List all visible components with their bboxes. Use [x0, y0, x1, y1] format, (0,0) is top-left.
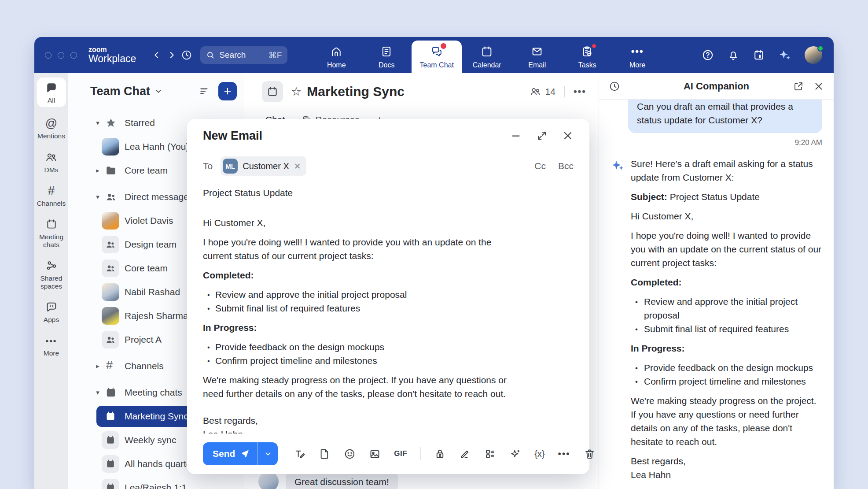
recipient-row: To ML Customer X ✕ Cc Bcc: [203, 152, 574, 180]
window-zoom-light[interactable]: [70, 52, 77, 59]
ai-companion-button[interactable]: [778, 48, 791, 62]
rail-item-all[interactable]: All: [37, 78, 66, 107]
ai-sparkle-icon: [778, 48, 791, 62]
expand-button[interactable]: [537, 130, 547, 141]
help-button[interactable]: [702, 49, 714, 61]
rail-item-meeting-chats[interactable]: Meeting chats: [34, 218, 68, 248]
ai-response-text: Sure! Here's a draft email asking for a …: [631, 157, 822, 487]
rail-item-more[interactable]: ••• More: [44, 334, 59, 357]
rail-label: More: [44, 349, 59, 357]
calendar-icon: [481, 45, 493, 58]
channel-more-button[interactable]: •••: [574, 86, 586, 97]
modal-controls: [510, 130, 574, 141]
caret-right-icon[interactable]: ▸: [93, 167, 103, 174]
signature-button[interactable]: [459, 448, 471, 460]
rail-item-dms[interactable]: DMs: [44, 151, 59, 174]
subject-field[interactable]: Project Status Update: [203, 180, 574, 206]
toolbar-divider: [420, 447, 421, 460]
unread-badge: [441, 43, 446, 49]
apps-bubble-icon: [45, 300, 58, 314]
calendar-filled-icon: [102, 479, 119, 489]
filter-button[interactable]: [199, 85, 210, 97]
list-item: Provide feedback on the design mockups: [215, 340, 511, 354]
caret-down-icon[interactable]: ▾: [93, 119, 103, 127]
team-chat-icon: [430, 45, 443, 58]
ai-open-external-button[interactable]: [793, 81, 804, 92]
chat-item-lea-rajesh-1-1[interactable]: Lea/Rajesh 1:1: [68, 476, 244, 489]
members-button[interactable]: 14: [530, 86, 555, 97]
tab-tasks[interactable]: Tasks: [562, 41, 612, 73]
team-chat-header: Team Chat: [68, 82, 244, 100]
to-label: To: [203, 161, 213, 171]
schedule-button[interactable]: [753, 49, 765, 61]
more-tools-button[interactable]: •••: [558, 448, 570, 459]
remove-recipient-icon[interactable]: ✕: [294, 162, 301, 170]
search-input[interactable]: Search ⌘F: [200, 46, 287, 64]
rail-label: Channels: [37, 200, 66, 207]
rail-item-apps[interactable]: Apps: [44, 300, 59, 323]
bcc-button[interactable]: Bcc: [558, 161, 574, 171]
docs-icon: [380, 45, 393, 58]
minimize-button[interactable]: [510, 130, 522, 141]
chevron-right-icon: [167, 50, 177, 60]
tasks-icon: [581, 45, 593, 58]
encrypt-button[interactable]: [434, 448, 446, 460]
gif-button[interactable]: GIF: [394, 449, 407, 458]
body-signature: Best regards,Lea Hahn: [203, 414, 511, 433]
notifications-button[interactable]: [727, 49, 739, 61]
ai-close-button[interactable]: [813, 81, 824, 92]
ai-history-button[interactable]: [609, 81, 620, 92]
ai-greeting: Hi Customer X,: [631, 209, 822, 223]
cc-button[interactable]: Cc: [534, 161, 546, 171]
window-minimize-light[interactable]: [58, 52, 64, 59]
discard-draft-button[interactable]: [584, 448, 596, 460]
calendar-filled-icon: [102, 408, 119, 425]
rail-item-channels[interactable]: # Channels: [37, 184, 66, 207]
email-body-editor[interactable]: Hi Customer X, I hope you're doing well!…: [203, 206, 511, 433]
email-icon: [531, 45, 543, 58]
tab-docs[interactable]: Docs: [361, 41, 412, 73]
recipient-chip[interactable]: ML Customer X ✕: [221, 156, 306, 176]
caret-down-icon[interactable]: ▾: [93, 389, 103, 396]
star-channel-button[interactable]: ☆: [291, 86, 302, 98]
tab-label: Docs: [379, 61, 394, 69]
ai-completed-label: Completed:: [631, 275, 822, 289]
history-button[interactable]: [179, 48, 194, 63]
tab-team-chat[interactable]: Team Chat: [412, 41, 462, 73]
calendar-day-icon: [753, 49, 765, 61]
tab-label: Tasks: [578, 61, 596, 69]
window-close-light[interactable]: [45, 52, 51, 59]
group-icon: [102, 236, 119, 253]
forward-button[interactable]: [164, 48, 179, 63]
template-button[interactable]: [484, 448, 496, 460]
message-avatar[interactable]: [258, 471, 279, 489]
caret-down-icon[interactable]: ▾: [93, 193, 103, 201]
close-button[interactable]: [562, 130, 574, 141]
rail-item-shared-spaces[interactable]: Shared spaces: [34, 259, 68, 290]
channel-header: ☆ Marketing Sync 14 •••: [244, 73, 599, 110]
tab-email[interactable]: Email: [512, 41, 562, 73]
new-chat-button[interactable]: [218, 82, 237, 100]
caret-right-icon[interactable]: ▸: [93, 362, 103, 370]
avatar: [102, 138, 119, 156]
send-options-button[interactable]: [257, 442, 278, 465]
text-format-button[interactable]: [294, 448, 305, 460]
insert-image-button[interactable]: [369, 448, 381, 460]
calendar-filled-icon: [102, 431, 119, 449]
unread-badge: [591, 43, 597, 49]
attach-file-button[interactable]: [319, 448, 331, 460]
tab-home[interactable]: Home: [311, 41, 361, 73]
compose-tools: GIF: [294, 447, 595, 460]
team-chat-title-dropdown[interactable]: Team Chat: [90, 85, 162, 98]
back-button[interactable]: [149, 48, 164, 63]
tab-calendar[interactable]: Calendar: [462, 41, 512, 73]
new-email-modal: New Email: [187, 119, 589, 474]
send-button[interactable]: Send: [203, 442, 257, 465]
user-avatar[interactable]: [805, 46, 822, 64]
variables-button[interactable]: {x}: [534, 449, 544, 459]
search-icon: [206, 51, 215, 59]
rail-item-mentions[interactable]: @ Mentions: [37, 117, 65, 140]
tab-more[interactable]: ••• More: [612, 41, 662, 73]
ai-assist-button[interactable]: [509, 448, 521, 460]
emoji-button[interactable]: [344, 448, 356, 460]
